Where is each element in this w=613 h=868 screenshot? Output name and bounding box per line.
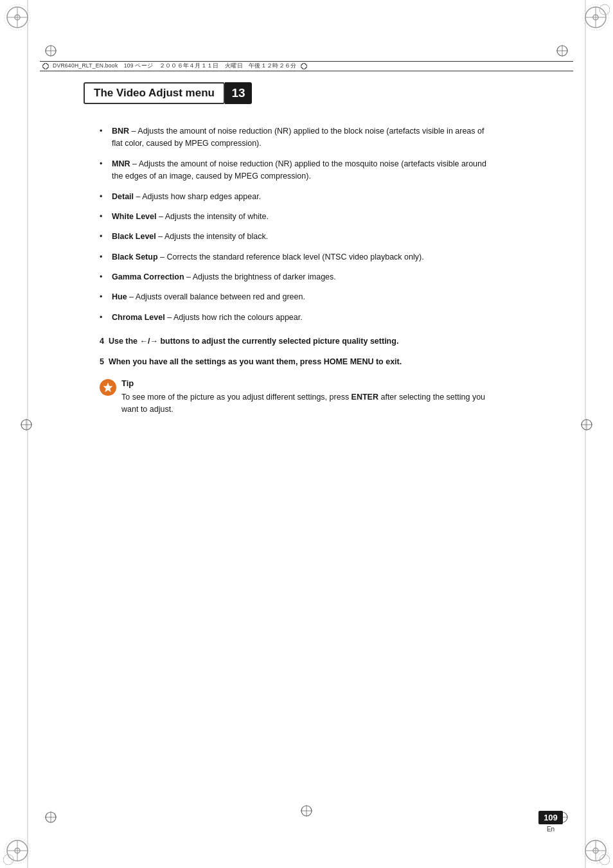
page-container: DVR640H_RLT_EN.book 109 ページ ２００６年４月１１日 火… bbox=[0, 0, 613, 868]
page-title: The Video Adjust menu bbox=[94, 87, 215, 99]
header-text: DVR640H_RLT_EN.book 109 ページ ２００６年４月１１日 火… bbox=[53, 62, 297, 70]
bullet-dot: • bbox=[100, 291, 109, 303]
page-number: 109 bbox=[544, 813, 558, 822]
list-item: • MNR – Adjusts the amount of noise redu… bbox=[100, 158, 488, 183]
tip-content: Tip To see more of the picture as you ad… bbox=[121, 378, 488, 416]
right-middle-crosshair bbox=[580, 418, 594, 432]
left-binding bbox=[27, 0, 28, 868]
left-middle-crosshair bbox=[19, 418, 33, 432]
header-diamond-right bbox=[301, 63, 307, 69]
item-text-gamma: Gamma Correction – Adjusts the brightnes… bbox=[112, 271, 336, 283]
bullet-dot: • bbox=[100, 231, 109, 243]
tip-body: To see more of the picture as you adjust… bbox=[121, 391, 488, 416]
bullet-dot: • bbox=[100, 251, 109, 263]
tip-star-icon bbox=[103, 382, 113, 393]
list-item: • BNR – Adjusts the amount of noise redu… bbox=[100, 125, 488, 150]
inner-crosshair-bottom-left bbox=[44, 810, 58, 824]
item-text-white-level: White Level – Adjusts the intensity of w… bbox=[112, 211, 269, 223]
title-box: The Video Adjust menu bbox=[84, 82, 225, 104]
svg-point-23 bbox=[597, 852, 610, 865]
corner-decoration-top-right bbox=[571, 3, 610, 42]
list-item: • Gamma Correction – Adjusts the brightn… bbox=[100, 271, 488, 283]
svg-marker-44 bbox=[103, 383, 112, 392]
list-item: • Chroma Level – Adjusts how rich the co… bbox=[100, 312, 488, 324]
header-bar: DVR640H_RLT_EN.book 109 ページ ２００６年４月１１日 火… bbox=[40, 61, 573, 71]
main-content: • BNR – Adjusts the amount of noise redu… bbox=[100, 125, 488, 416]
corner-decoration-bottom-right bbox=[571, 826, 610, 865]
page-number-section: 109 En bbox=[538, 811, 563, 833]
tip-title: Tip bbox=[121, 378, 488, 388]
page-lang: En bbox=[538, 826, 563, 833]
page-number-box: 109 bbox=[538, 811, 563, 824]
bullet-list: • BNR – Adjusts the amount of noise redu… bbox=[100, 125, 488, 324]
tip-box: Tip To see more of the picture as you ad… bbox=[100, 378, 488, 416]
list-item: • Black Setup – Corrects the standard re… bbox=[100, 251, 488, 263]
item-text-detail: Detail – Adjusts how sharp edges appear. bbox=[112, 191, 261, 203]
list-item: • Black Level – Adjusts the intensity of… bbox=[100, 231, 488, 243]
tip-icon bbox=[100, 379, 116, 396]
step-5-text: 5 When you have all the settings as you … bbox=[100, 356, 488, 368]
item-text-black-level: Black Level – Adjusts the intensity of b… bbox=[112, 231, 268, 243]
bullet-dot: • bbox=[100, 271, 109, 283]
list-item: • White Level – Adjusts the intensity of… bbox=[100, 211, 488, 223]
item-text-chroma: Chroma Level – Adjusts how rich the colo… bbox=[112, 312, 303, 324]
step-section: 4 Use the ←/→ buttons to adjust the curr… bbox=[100, 335, 488, 368]
bullet-dot: • bbox=[100, 312, 109, 324]
svg-rect-42 bbox=[42, 63, 49, 69]
chapter-number-box: 13 bbox=[225, 82, 252, 104]
list-item: • Hue – Adjusts overall balance between … bbox=[100, 291, 488, 303]
chapter-number: 13 bbox=[231, 86, 245, 100]
item-text-hue: Hue – Adjusts overall balance between re… bbox=[112, 291, 305, 303]
header-diamond-left bbox=[42, 63, 49, 69]
bullet-dot: • bbox=[100, 211, 109, 223]
inner-crosshair-top-left bbox=[44, 44, 58, 58]
right-binding bbox=[585, 0, 586, 868]
title-section: The Video Adjust menu 13 bbox=[84, 82, 252, 104]
list-item: • Detail – Adjusts how sharp edges appea… bbox=[100, 191, 488, 203]
corner-decoration-top-left bbox=[3, 3, 42, 42]
bullet-dot: • bbox=[100, 158, 109, 170]
corner-decoration-bottom-left bbox=[3, 826, 42, 865]
bottom-center-crosshair bbox=[299, 804, 314, 818]
item-text: BNR – Adjusts the amount of noise reduct… bbox=[112, 125, 488, 150]
item-text: MNR – Adjusts the amount of noise reduct… bbox=[112, 158, 488, 183]
item-text-black-setup: Black Setup – Corrects the standard refe… bbox=[112, 251, 424, 263]
step-4-text: 4 Use the ←/→ buttons to adjust the curr… bbox=[100, 335, 488, 348]
bullet-dot: • bbox=[100, 191, 109, 203]
bullet-dot: • bbox=[100, 125, 109, 137]
svg-rect-43 bbox=[301, 63, 307, 69]
inner-crosshair-top-right bbox=[555, 44, 569, 58]
